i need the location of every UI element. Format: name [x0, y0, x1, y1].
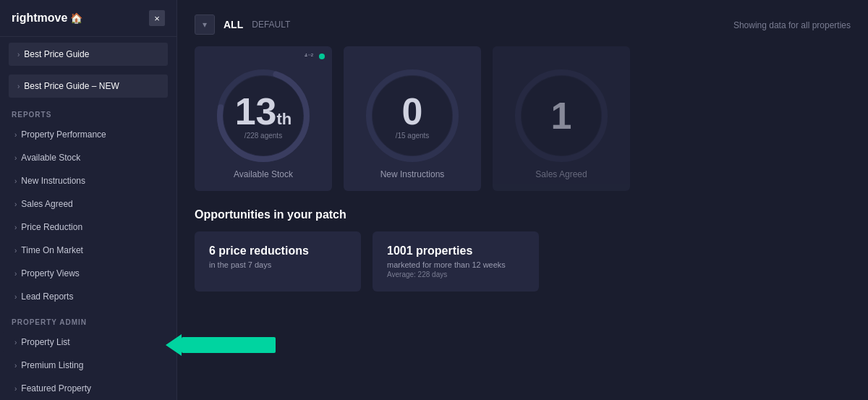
- sidebar-item-label: Property Views: [21, 268, 79, 278]
- opp-card-title: 6 price reductions: [209, 244, 346, 258]
- stat-value: 0: [402, 93, 423, 130]
- sidebar-item-label: Available Stock: [21, 153, 80, 163]
- best-price-guide-label: Best Price Guide: [24, 49, 89, 59]
- opp-card-sub: in the past 7 days: [209, 260, 346, 269]
- sidebar-item-label: Property List: [21, 337, 69, 347]
- sidebar-item-available-stock[interactable]: › Available Stock: [3, 147, 174, 169]
- sidebar-item-property-performance[interactable]: › Property Performance: [3, 124, 174, 145]
- chevron-icon: ›: [14, 154, 17, 162]
- chevron-icon: ›: [14, 224, 17, 231]
- sidebar-item-price-reduction[interactable]: › Price Reduction: [3, 216, 174, 238]
- chevron-icon: ›: [14, 200, 17, 208]
- stat-change: ⁴⁻²: [305, 52, 313, 60]
- opportunities-title: Opportunities in your patch: [195, 208, 851, 221]
- stat-card-sales-agreed: 1 Sales Agreed: [493, 46, 630, 191]
- sidebar-item-label: Sales Agreed: [21, 199, 72, 209]
- filter-all-label: ALL: [224, 19, 243, 30]
- opp-card-price-reductions: 6 price reductions in the past 7 days: [195, 231, 361, 292]
- sidebar-item-label: Premium Listing: [21, 360, 83, 370]
- stat-main-number: 0: [402, 93, 423, 130]
- chevron-icon: ›: [14, 177, 17, 185]
- stat-value: 13 th: [235, 93, 292, 130]
- best-price-guide-button[interactable]: › Best Price Guide: [9, 43, 168, 66]
- chevron-icon: ›: [14, 131, 17, 139]
- opp-card-title: 1001 properties: [387, 244, 524, 258]
- stat-main-number: 13: [235, 93, 277, 130]
- chevron-icon: ›: [14, 362, 17, 370]
- sidebar-item-label: Lead Reports: [21, 292, 73, 302]
- arc-inner: 0 /15 agents: [373, 76, 452, 156]
- arrow-body: [182, 337, 276, 353]
- arc-container: 0 /15 agents: [362, 65, 463, 166]
- sidebar-item-label: New Instructions: [21, 176, 85, 186]
- stat-card-label: Available Stock: [234, 169, 293, 179]
- stat-sub-text: /228 agents: [244, 132, 282, 140]
- best-price-guide-new-label: Best Price Guide – NEW: [24, 81, 119, 91]
- sidebar-item-label: Time On Market: [21, 245, 83, 255]
- close-button[interactable]: ×: [149, 10, 165, 26]
- stat-card-label: New Instructions: [380, 169, 445, 179]
- stat-main-number: 1: [551, 97, 572, 135]
- stat-value: 1: [551, 97, 572, 135]
- dropdown-chevron-icon: ▾: [203, 20, 207, 30]
- sidebar-item-time-on-market[interactable]: › Time On Market: [3, 239, 174, 261]
- chevron-icon: ›: [14, 270, 17, 278]
- status-badge: [319, 54, 325, 59]
- stat-suffix: th: [277, 110, 292, 129]
- filter-dropdown[interactable]: ▾: [195, 14, 215, 35]
- chevron-icon: ›: [17, 51, 20, 59]
- arrow-indicator: [166, 334, 282, 356]
- sidebar-item-label: Property Performance: [21, 129, 106, 140]
- stat-card-available-stock: ⁴⁻² 13 th /228 agents Available Stock: [195, 46, 332, 191]
- stat-card-new-instructions: 0 /15 agents New Instructions: [344, 46, 481, 191]
- sidebar-item-property-list[interactable]: › Property List: [3, 331, 174, 353]
- chevron-icon: ›: [17, 82, 20, 90]
- sidebar-header: rightmove 🏠 ×: [0, 0, 176, 37]
- filter-default-label: DEFAULT: [252, 20, 290, 30]
- sidebar-item-featured-property[interactable]: › Featured Property: [3, 378, 174, 399]
- logo-label: rightmove: [12, 12, 67, 25]
- arrow-head: [166, 334, 182, 356]
- chevron-icon: ›: [14, 339, 17, 346]
- opp-card-properties: 1001 properties marketed for more than 1…: [373, 231, 539, 292]
- sidebar-item-label: Featured Property: [21, 383, 91, 393]
- sidebar: rightmove 🏠 × › Best Price Guide › Best …: [0, 0, 177, 400]
- sidebar-item-label: Price Reduction: [21, 222, 82, 232]
- sidebar-item-new-instructions[interactable]: › New Instructions: [3, 170, 174, 192]
- sidebar-item-sales-agreed[interactable]: › Sales Agreed: [3, 193, 174, 215]
- showing-data-text: Showing data for all properties: [733, 20, 851, 30]
- stat-card-label: Sales Agreed: [535, 169, 587, 179]
- opp-card-sub: marketed for more than 12 weeks: [387, 260, 524, 269]
- home-icon: 🏠: [70, 12, 82, 24]
- best-price-guide-new-button[interactable]: › Best Price Guide – NEW: [9, 75, 168, 98]
- opportunities-cards-row: 6 price reductions in the past 7 days 10…: [195, 231, 851, 292]
- sidebar-item-property-views[interactable]: › Property Views: [3, 263, 174, 284]
- sidebar-item-lead-reports[interactable]: › Lead Reports: [3, 286, 174, 307]
- sidebar-item-premium-listing[interactable]: › Premium Listing: [3, 354, 174, 376]
- opp-card-sub2: Average: 228 days: [387, 271, 524, 278]
- logo: rightmove 🏠: [12, 12, 82, 25]
- chevron-icon: ›: [14, 293, 17, 301]
- chevron-icon: ›: [14, 247, 17, 255]
- reports-section-label: REPORTS: [0, 101, 176, 123]
- stat-cards-row: ⁴⁻² 13 th /228 agents Available Stock: [195, 46, 851, 191]
- arc-inner: 13 th /228 agents: [224, 76, 303, 156]
- stat-sub-text: /15 agents: [396, 132, 430, 140]
- arc-inner: 1: [522, 76, 601, 156]
- property-admin-section-label: PROPERTY ADMIN: [0, 308, 176, 331]
- arc-container: 1: [511, 65, 612, 166]
- arc-container: 13 th /228 agents: [213, 65, 314, 166]
- chevron-icon: ›: [14, 385, 17, 393]
